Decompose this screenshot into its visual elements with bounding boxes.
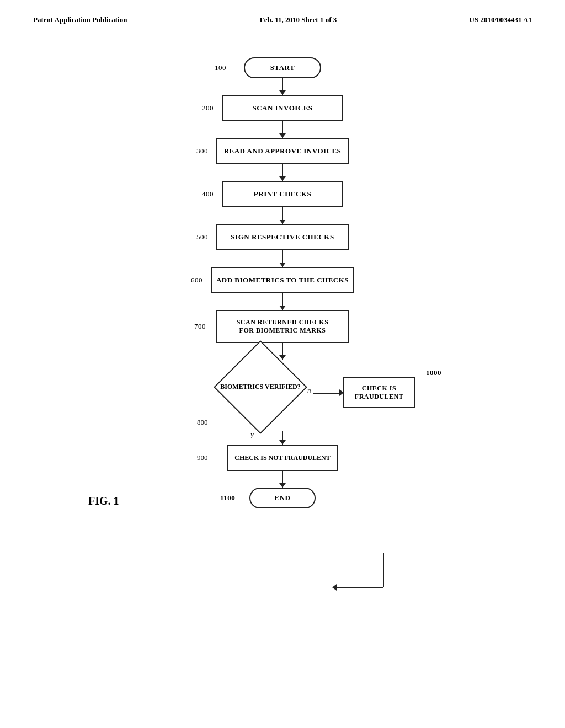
- read-approve-number: 300: [196, 147, 208, 156]
- not-fraudulent-number: 900: [197, 453, 208, 462]
- add-biometrics-number: 600: [191, 276, 202, 285]
- not-fraudulent-row: 900 CHECK IS NOT FRAUDULENT: [227, 445, 338, 471]
- sign-checks-number: 500: [196, 233, 208, 242]
- add-biometrics-box: 600 ADD BIOMETRICS TO THE CHECKS: [211, 267, 354, 293]
- diagram: 100 START 200 SCAN INVOICES 300 READ AND…: [0, 30, 565, 538]
- fig-label: FIG. 1: [88, 495, 119, 507]
- biometrics-number: 800: [197, 418, 208, 427]
- sign-checks-row: 500 SIGN RESPECTIVE CHECKS: [216, 224, 349, 250]
- scan-returned-number: 700: [194, 322, 206, 331]
- scan-returned-box: 700 SCAN RETURNED CHECKS FOR BIOMETRIC M…: [216, 310, 349, 343]
- fraudulent-box: 1000 CHECK IS FRAUDULENT: [343, 377, 415, 408]
- arrow-5: [282, 250, 283, 267]
- connector-arrowhead: [332, 584, 337, 591]
- end-box: 1100 END: [249, 488, 316, 508]
- yes-label: y: [250, 430, 254, 439]
- end-number: 1100: [220, 494, 235, 502]
- decision-row: 800 BIOMETRICS VERIFIED? n 1000 CHECK IS…: [117, 360, 448, 431]
- arrow-2: [282, 121, 283, 138]
- diamond-wrapper: BIOMETRICS VERIFIED?: [211, 362, 310, 412]
- arrow-6: [282, 293, 283, 310]
- arrow-8: [282, 431, 283, 445]
- header-right: US 2010/0034431 A1: [470, 15, 532, 24]
- h-arrow-fraudulent: [313, 393, 340, 394]
- header-center: Feb. 11, 2010 Sheet 1 of 3: [260, 15, 337, 24]
- start-label: 100: [215, 63, 226, 72]
- read-approve-row: 300 READ AND APPROVE INVOICES: [216, 138, 349, 164]
- start-box: 100 START: [244, 57, 321, 78]
- page-header: Patent Application Publication Feb. 11, …: [0, 0, 565, 30]
- read-approve-box: 300 READ AND APPROVE INVOICES: [216, 138, 349, 164]
- fraudulent-number: 1000: [426, 368, 441, 377]
- print-checks-box: 400 PRINT CHECKS: [222, 181, 343, 207]
- arrow-9: [282, 471, 283, 488]
- header-left: Patent Application Publication: [33, 15, 127, 24]
- arrow-4: [282, 207, 283, 224]
- print-checks-number: 400: [202, 190, 214, 199]
- scan-invoices-number: 200: [202, 104, 214, 113]
- end-row: 1100 END: [249, 488, 316, 508]
- not-fraudulent-box: CHECK IS NOT FRAUDULENT: [227, 445, 338, 471]
- arrow-1: [282, 78, 283, 95]
- print-checks-row: 400 PRINT CHECKS: [222, 181, 343, 207]
- scan-invoices-box: 200 SCAN INVOICES: [222, 95, 343, 121]
- sign-checks-box: 500 SIGN RESPECTIVE CHECKS: [216, 224, 349, 250]
- diamond-text: BIOMETRICS VERIFIED?: [220, 383, 300, 392]
- scan-invoices-row: 200 SCAN INVOICES: [222, 95, 343, 121]
- no-label: n: [307, 386, 311, 395]
- scan-returned-row: 700 SCAN RETURNED CHECKS FOR BIOMETRIC M…: [216, 310, 349, 343]
- arrow-7: [282, 343, 283, 360]
- start-row: 100 START: [244, 57, 321, 78]
- arrow-3: [282, 164, 283, 181]
- add-biometrics-row: 600 ADD BIOMETRICS TO THE CHECKS: [211, 267, 354, 293]
